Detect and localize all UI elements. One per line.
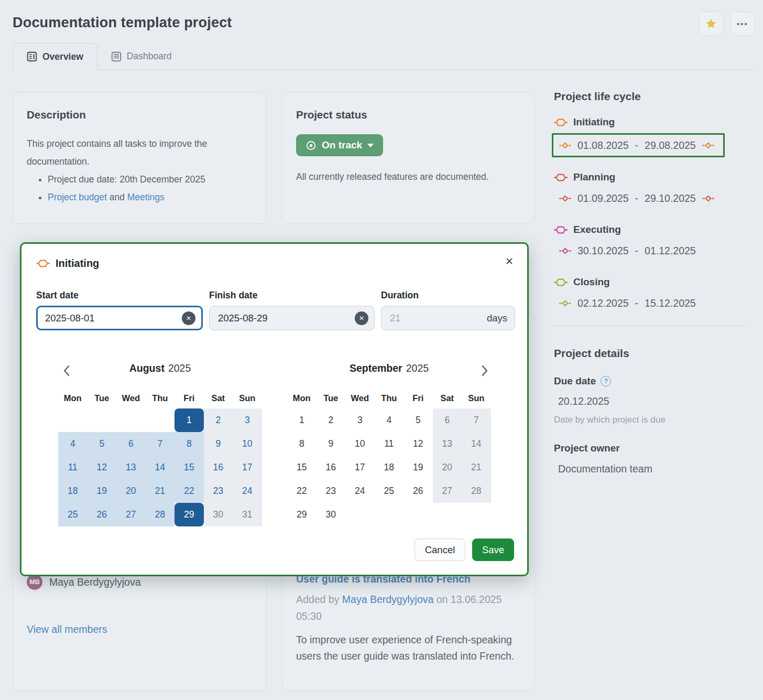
chevron-down-icon xyxy=(367,144,374,147)
calendar-day[interactable]: 17 xyxy=(345,456,375,479)
weekday-label: Wed xyxy=(345,392,375,408)
calendar-day[interactable]: 8 xyxy=(175,432,204,456)
calendar-day[interactable]: 22 xyxy=(287,479,317,503)
calendar-day[interactable]: 1 xyxy=(287,408,317,432)
calendar-day[interactable]: 31 xyxy=(233,503,262,526)
calendar-day[interactable]: 20 xyxy=(116,479,146,503)
calendar-day[interactable]: 18 xyxy=(58,479,88,503)
calendar-day[interactable]: 2 xyxy=(204,408,233,432)
calendar-day[interactable]: 3 xyxy=(233,408,262,432)
calendar-day[interactable]: 16 xyxy=(317,456,346,479)
calendar-day[interactable]: 4 xyxy=(58,432,88,456)
clear-finish-date-icon[interactable]: ✕ xyxy=(355,311,368,325)
calendar-day[interactable]: 14 xyxy=(462,432,491,456)
calendar-day[interactable]: 12 xyxy=(404,432,433,456)
calendar-day[interactable]: 5 xyxy=(404,408,433,432)
calendar-day[interactable]: 18 xyxy=(375,456,404,479)
calendar-day[interactable]: 24 xyxy=(345,479,375,503)
finish-date-input[interactable] xyxy=(218,313,355,324)
calendar-day[interactable]: 12 xyxy=(88,456,117,479)
calendar-day[interactable]: 23 xyxy=(317,479,346,503)
phase-dates-planning[interactable]: 01.09.2025 - 29.10.2025 xyxy=(552,192,751,204)
phase-label: Initiating xyxy=(573,116,615,128)
calendar-day[interactable]: 26 xyxy=(88,503,117,526)
phase-edit-dialog: Initiating ✕ Start date Finish date Dura… xyxy=(20,242,529,576)
calendar-day[interactable]: 13 xyxy=(433,432,462,456)
phase-planning: Planning xyxy=(552,171,751,183)
calendar-day[interactable]: 8 xyxy=(287,432,317,456)
calendar-day[interactable]: 21 xyxy=(462,456,491,479)
calendar-day[interactable]: 19 xyxy=(404,456,433,479)
clear-start-date-icon[interactable]: ✕ xyxy=(182,311,195,325)
calendar-day[interactable]: 10 xyxy=(233,432,262,456)
status-label: On track xyxy=(322,139,362,151)
calendar-day[interactable]: 25 xyxy=(58,503,88,526)
project-status-title: Project status xyxy=(296,109,520,121)
calendar-day[interactable]: 15 xyxy=(287,456,317,479)
calendar-day[interactable]: 5 xyxy=(88,432,117,456)
description-bullet: Project due date: 20th December 2025 xyxy=(48,170,252,188)
calendar-day[interactable]: 14 xyxy=(146,456,175,479)
calendar-day[interactable]: 25 xyxy=(375,479,404,503)
dialog-header: Initiating xyxy=(36,257,99,270)
calendar-day[interactable]: 17 xyxy=(233,456,262,479)
project-owner-label: Project owner xyxy=(552,443,751,454)
calendar-day[interactable]: 26 xyxy=(404,479,433,503)
calendar-day[interactable]: 10 xyxy=(345,432,375,456)
calendar-day[interactable]: 23 xyxy=(204,479,233,503)
calendar-day[interactable]: 27 xyxy=(433,479,462,503)
calendar-day[interactable]: 21 xyxy=(146,479,175,503)
calendar-day[interactable]: 9 xyxy=(204,432,233,456)
calendar-day[interactable]: 22 xyxy=(175,479,204,503)
calendar-day[interactable]: 3 xyxy=(345,408,375,432)
calendar-day[interactable]: 28 xyxy=(462,479,491,503)
calendar-day[interactable]: 13 xyxy=(116,456,146,479)
article-author-link[interactable]: Maya Berdygylyjova xyxy=(342,594,434,605)
calendar-day[interactable]: 30 xyxy=(204,503,233,526)
calendar-day[interactable]: 1 xyxy=(175,408,204,432)
milestone-start-icon xyxy=(559,142,571,149)
meetings-link[interactable]: Meetings xyxy=(127,192,165,202)
finish-date-field-wrap: ✕ xyxy=(209,306,375,330)
phase-dates-initiating[interactable]: 01.08.2025 - 29.08.2025 xyxy=(552,133,725,157)
calendar-day[interactable]: 19 xyxy=(88,479,117,503)
save-button[interactable]: Save xyxy=(472,539,514,561)
calendar-day[interactable]: 6 xyxy=(433,408,462,432)
lifecycle-title: Project life cycle xyxy=(552,90,751,103)
calendar-day[interactable]: 20 xyxy=(433,456,462,479)
dashboard-icon xyxy=(111,51,122,62)
calendar-day[interactable]: 6 xyxy=(116,432,146,456)
calendar-day[interactable]: 27 xyxy=(116,503,146,526)
help-icon[interactable]: ? xyxy=(601,376,611,386)
project-budget-link[interactable]: Project budget xyxy=(48,192,107,202)
status-dropdown-button[interactable]: On track xyxy=(296,134,383,156)
calendar-day[interactable]: 9 xyxy=(317,432,346,456)
close-icon[interactable]: ✕ xyxy=(505,255,514,267)
start-date-input[interactable] xyxy=(45,313,182,324)
tab-overview[interactable]: Overview xyxy=(13,43,97,70)
cancel-button[interactable]: Cancel xyxy=(415,539,465,561)
calendar-day[interactable]: 24 xyxy=(233,479,262,503)
tab-dashboard[interactable]: Dashboard xyxy=(97,43,186,70)
calendar-day[interactable]: 30 xyxy=(317,503,346,526)
due-date-label: Due date ? xyxy=(552,375,751,387)
calendar-day[interactable]: 15 xyxy=(175,456,204,479)
calendar-day[interactable]: 7 xyxy=(146,432,175,456)
calendar-day[interactable]: 2 xyxy=(317,408,346,432)
calendar-day[interactable]: 11 xyxy=(375,432,404,456)
view-all-members-link[interactable]: View all members xyxy=(27,623,107,636)
weekday-label: Sun xyxy=(233,392,262,408)
calendar-day[interactable]: 28 xyxy=(146,503,175,526)
calendar-day[interactable]: 11 xyxy=(58,456,88,479)
calendar-day[interactable]: 7 xyxy=(462,408,491,432)
phase-dates-executing[interactable]: 30.10.2025 - 01.12.2025 xyxy=(552,245,751,257)
duration-input[interactable] xyxy=(390,313,487,324)
calendar-day[interactable]: 4 xyxy=(375,408,404,432)
phase-dates-closing[interactable]: 02.12.2025 - 15.12.2025 xyxy=(552,297,751,309)
phase-initiating: Initiating xyxy=(552,116,751,128)
calendar-day[interactable]: 29 xyxy=(287,503,317,526)
calendar-grid-august: MonTueWedThuFriSatSun1234567891011121314… xyxy=(58,392,262,526)
calendar-day[interactable]: 16 xyxy=(204,456,233,479)
weekday-label: Tue xyxy=(317,392,346,408)
calendar-day[interactable]: 29 xyxy=(175,503,204,526)
